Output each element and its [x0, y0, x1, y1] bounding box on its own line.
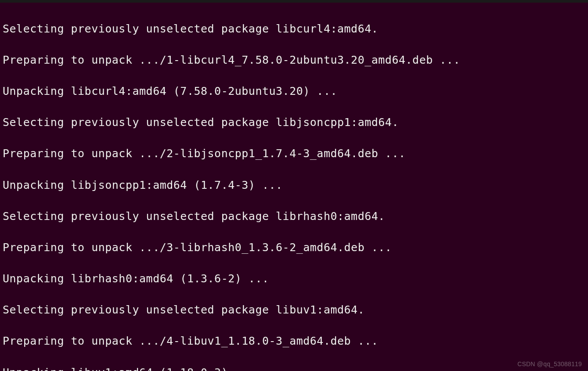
terminal-line: Unpacking librhash0:amd64 (1.3.6-2) ...	[3, 271, 585, 287]
terminal-line: Preparing to unpack .../4-libuv1_1.18.0-…	[3, 333, 585, 349]
terminal-line: Selecting previously unselected package …	[3, 115, 585, 130]
terminal-line: Preparing to unpack .../3-librhash0_1.3.…	[3, 240, 585, 256]
terminal-line: Unpacking libuv1:amd64 (1.18.0-3) ...	[3, 365, 585, 371]
terminal-line: Preparing to unpack .../1-libcurl4_7.58.…	[3, 52, 585, 68]
terminal-line: Selecting previously unselected package …	[3, 302, 585, 318]
terminal-line: Preparing to unpack .../2-libjsoncpp1_1.…	[3, 146, 585, 162]
watermark: CSDN @qq_53088119	[517, 360, 582, 367]
terminal-line: Selecting previously unselected package …	[3, 209, 585, 224]
terminal-output[interactable]: Selecting previously unselected package …	[0, 3, 588, 371]
terminal-line: Selecting previously unselected package …	[3, 21, 585, 37]
terminal-line: Unpacking libcurl4:amd64 (7.58.0-2ubuntu…	[3, 83, 585, 99]
terminal-line: Unpacking libjsoncpp1:amd64 (1.7.4-3) ..…	[3, 177, 585, 193]
